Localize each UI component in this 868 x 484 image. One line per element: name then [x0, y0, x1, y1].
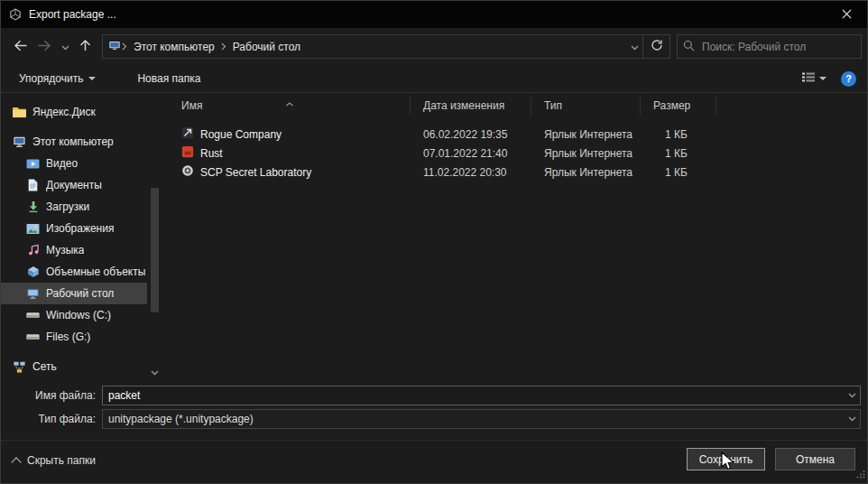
file-row-rogue-company[interactable]: Rogue Company 06.02.2022 19:35 Ярлык Инт…: [169, 125, 867, 144]
sidebar-scrollbar-thumb[interactable]: [151, 188, 159, 312]
file-size: 1 КБ: [641, 128, 716, 141]
unity-app-icon: [9, 8, 22, 21]
filename-label: Имя файла:: [1, 389, 102, 402]
column-header-size[interactable]: Размер: [641, 97, 716, 115]
help-button[interactable]: ?: [841, 71, 856, 87]
sidebar-item-music[interactable]: Музыка: [1, 239, 147, 261]
title-bar: Export package ...: [1, 1, 867, 28]
file-date: 06.02.2022 19:35: [411, 128, 531, 141]
recent-locations-button[interactable]: [57, 34, 74, 60]
refresh-button[interactable]: [642, 34, 670, 59]
cancel-button[interactable]: Отмена: [775, 448, 855, 470]
window-title: Export package ...: [29, 8, 116, 21]
file-size: 1 КБ: [641, 147, 716, 160]
column-label: Тип: [544, 99, 562, 112]
sort-ascending-icon: [285, 94, 293, 112]
rust-icon: [181, 145, 194, 161]
column-header-name[interactable]: Имя: [169, 97, 411, 115]
sidebar-item-label: Загрузки: [46, 200, 89, 213]
sidebar-item-documents[interactable]: Документы: [1, 174, 147, 196]
music-icon: [25, 244, 41, 256]
column-headers: Имя Дата изменения Тип Размер: [169, 94, 867, 117]
sidebar-item-videos[interactable]: Видео: [1, 153, 147, 174]
save-fields: Имя файла: Тип файла: unitypackage (*.un…: [1, 384, 867, 431]
file-type: Ярлык Интернета: [531, 147, 641, 160]
column-label: Размер: [653, 99, 690, 112]
sidebar-item-label: Изображения: [46, 222, 114, 235]
sidebar-item-label: Объемные объекты: [46, 265, 145, 278]
scp-icon: [181, 164, 194, 180]
filename-dropdown-icon[interactable]: [848, 393, 856, 398]
file-row-rust[interactable]: Rust 07.01.2022 21:40 Ярлык Интернета 1 …: [169, 144, 867, 163]
file-row-scp[interactable]: SCP Secret Laboratory 11.02.2022 20:30 Я…: [169, 163, 867, 182]
network-icon: [12, 360, 27, 373]
chevron-down-icon: [88, 77, 96, 80]
sidebar-item-drive-g[interactable]: Files (G:): [1, 326, 147, 348]
hide-folders-button[interactable]: Скрыть папки: [13, 454, 96, 467]
export-package-dialog: Export package ... Этот компьютер Рабочи…: [0, 0, 868, 484]
chevron-down-icon: [61, 40, 69, 53]
pictures-icon: [25, 223, 41, 235]
file-date: 07.01.2022 21:40: [411, 147, 531, 160]
file-type: Ярлык Интернета: [531, 128, 641, 141]
forward-button[interactable]: [32, 34, 57, 60]
resize-grip[interactable]: [856, 469, 865, 481]
sidebar-item-desktop[interactable]: Рабочий стол: [1, 283, 147, 304]
file-type: Ярлык Интернета: [531, 166, 641, 179]
drive-icon: [25, 310, 41, 321]
up-button[interactable]: [74, 34, 97, 60]
sidebar-item-label: Рабочий стол: [46, 287, 114, 300]
computer-icon: [12, 135, 27, 148]
sidebar-item-label: Windows (C:): [46, 309, 111, 321]
column-header-type[interactable]: Тип: [531, 97, 641, 115]
navigation-bar: Этот компьютер Рабочий стол: [1, 28, 867, 65]
downloads-icon: [25, 200, 41, 213]
sidebar-item-label: Музыка: [46, 244, 84, 256]
file-date: 11.02.2022 20:30: [411, 166, 531, 179]
filename-input[interactable]: [102, 386, 861, 405]
bottom-bar: Скрыть папки Сохранить Отмена: [1, 440, 867, 483]
sidebar-scroll-down-icon[interactable]: [151, 370, 159, 376]
breadcrumb-desktop[interactable]: Рабочий стол: [227, 41, 306, 53]
save-button[interactable]: Сохранить: [687, 448, 765, 470]
refresh-icon: [651, 39, 663, 54]
column-header-date[interactable]: Дата изменения: [411, 97, 531, 115]
filetype-select[interactable]: unitypackage (*.unitypackage): [102, 409, 861, 429]
breadcrumb-separator-icon: [220, 42, 227, 51]
breadcrumb-this-pc[interactable]: Этот компьютер: [128, 41, 220, 53]
chevron-up-icon: [11, 457, 21, 467]
column-label: Дата изменения: [423, 99, 504, 112]
filetype-label: Тип файла:: [1, 413, 102, 425]
column-label: Имя: [181, 99, 202, 112]
sidebar-item-3d-objects[interactable]: Объемные объекты: [1, 261, 147, 283]
new-folder-button[interactable]: Новая папка: [130, 69, 208, 88]
address-bar[interactable]: Этот компьютер Рабочий стол: [102, 34, 643, 59]
chevron-down-icon: [819, 77, 826, 80]
search-input[interactable]: [700, 40, 855, 54]
back-button[interactable]: [8, 34, 32, 60]
sidebar-item-network[interactable]: Сеть: [1, 356, 147, 377]
search-icon: [683, 40, 695, 54]
organize-button[interactable]: Упорядочить: [12, 69, 103, 88]
address-dropdown-icon[interactable]: [631, 41, 639, 53]
save-label: Сохранить: [699, 453, 753, 466]
search-box[interactable]: [677, 34, 862, 59]
details-view-icon: [801, 71, 816, 86]
sidebar-item-downloads[interactable]: Загрузки: [1, 196, 147, 218]
desktop-icon: [25, 287, 41, 300]
view-mode-button[interactable]: [796, 70, 832, 87]
sidebar-item-this-pc[interactable]: Этот компьютер: [1, 131, 147, 153]
sidebar-item-drive-c[interactable]: Windows (C:): [1, 304, 147, 326]
hide-folders-label: Скрыть папки: [27, 454, 96, 467]
file-size: 1 КБ: [641, 166, 716, 179]
cancel-label: Отмена: [796, 453, 835, 466]
sidebar-item-label: Сеть: [32, 360, 57, 373]
close-icon: [842, 8, 852, 22]
main-area: Яндекс.Диск Этот компьютер Видео Докумен…: [1, 94, 867, 381]
forward-arrow-icon: [37, 39, 52, 55]
sidebar-item-yandex-disk[interactable]: Яндекс.Диск: [1, 101, 147, 123]
filetype-dropdown-icon[interactable]: [848, 416, 856, 422]
close-button[interactable]: [826, 1, 867, 28]
cube-3d-icon: [25, 265, 41, 278]
sidebar-item-pictures[interactable]: Изображения: [1, 218, 147, 239]
